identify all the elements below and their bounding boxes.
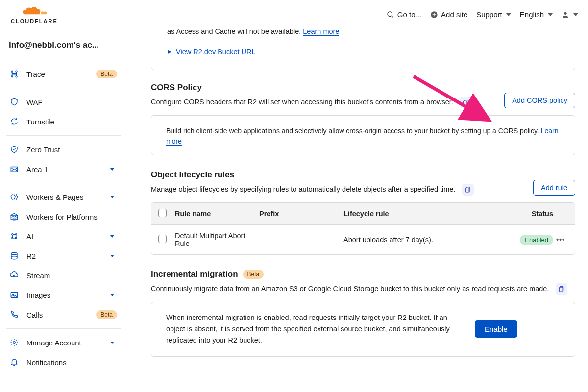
sidebar-item-zero-trust[interactable]: Zero Trust [6, 140, 121, 159]
svg-point-5 [16, 71, 17, 72]
row-checkbox[interactable] [158, 235, 167, 243]
docs-icon[interactable] [556, 283, 567, 295]
cors-section: CORS Policy Configure CORS headers that … [151, 83, 575, 155]
stream-icon [10, 271, 19, 280]
sidebar-item-notifications[interactable]: Notifications [6, 352, 121, 372]
svg-point-6 [11, 76, 13, 77]
beta-badge: Beta [243, 270, 264, 279]
lifecycle-table: Rule name Prefix Lifecycle rule Status D… [151, 202, 575, 255]
sidebar-item-stream[interactable]: Stream [6, 266, 121, 285]
sidebar-item-r2[interactable]: R2 [6, 246, 121, 266]
select-all-checkbox[interactable] [158, 209, 167, 217]
cors-body: Build rich client-side web applications … [166, 127, 541, 135]
svg-point-4 [11, 71, 13, 72]
ai-icon [10, 232, 19, 241]
sidebar-item-label: Area 1 [26, 165, 102, 173]
chevron-down-icon [110, 235, 114, 238]
svg-point-7 [16, 76, 17, 77]
svg-rect-8 [11, 167, 18, 172]
cell-name: Default Multipart Abort Rule [175, 232, 259, 247]
chevron-down-icon [110, 342, 114, 344]
beta-badge: Beta [96, 70, 117, 78]
platforms-icon [10, 212, 19, 221]
language-dropdown[interactable]: English [520, 10, 553, 19]
cloudflare-logo[interactable]: CLOUDFLARE [10, 5, 58, 24]
migration-title: Incremental migration [151, 270, 238, 279]
chevron-down-icon [506, 13, 511, 16]
sidebar-item-label: Turnstile [26, 118, 117, 126]
beta-badge: Beta [96, 310, 117, 319]
area1-icon [10, 165, 19, 173]
zerotrust-icon [10, 145, 19, 154]
lifecycle-desc: Manage object lifecycles by specifying r… [151, 185, 455, 193]
col-name: Rule name [175, 210, 259, 218]
sidebar-item-calls[interactable]: CallsBeta [6, 305, 121, 324]
sidebar: Info@nebbl.com's ac... TraceBetaWAFTurns… [0, 29, 127, 392]
sidebar-item-workers-for-platforms[interactable]: Workers for Platforms [6, 207, 121, 226]
sidebar-item-turnstile[interactable]: Turnstile [6, 112, 121, 131]
view-bucket-url-toggle[interactable]: ▾ View R2.dev Bucket URL [167, 48, 256, 56]
col-prefix: Prefix [259, 210, 343, 218]
goto-search[interactable]: Go to... [387, 10, 421, 19]
sidebar-item-label: WAF [26, 98, 117, 106]
support-dropdown[interactable]: Support [476, 10, 511, 19]
docs-icon[interactable] [460, 97, 472, 108]
chevron-down-icon [110, 255, 114, 257]
table-row: Default Multipart Abort Rule Abort uploa… [151, 225, 575, 254]
public-access-card: x as Access and Cache will not be availa… [151, 29, 575, 70]
svg-rect-19 [464, 101, 467, 105]
trace-icon [10, 70, 19, 78]
public-access-tail: as Access and Cache will not be availabl… [167, 29, 303, 35]
learn-more-link[interactable]: Learn more [303, 29, 339, 36]
sidebar-item-workers-pages[interactable]: Workers & Pages [6, 187, 121, 207]
sidebar-item-images[interactable]: Images [6, 285, 121, 305]
row-menu-button[interactable]: ••• [553, 236, 568, 244]
col-rule: Lifecycle rule [343, 210, 499, 218]
user-icon [562, 11, 569, 19]
status-badge: Enabled [520, 235, 553, 245]
sidebar-item-label: Trace [26, 70, 88, 78]
sidebar-item-area-1[interactable]: Area 1 [6, 159, 121, 179]
sidebar-item-label: Images [26, 291, 102, 299]
sidebar-item-ai[interactable]: AI [6, 226, 121, 246]
sidebar-item-waf[interactable]: WAF [6, 92, 121, 112]
add-rule-button[interactable]: Add rule [533, 180, 575, 196]
brand-text: CLOUDFLARE [11, 18, 58, 24]
cors-desc: Configure CORS headers that R2 will set … [151, 98, 453, 106]
col-status: Status [499, 210, 553, 218]
svg-point-13 [15, 237, 17, 239]
svg-line-1 [392, 16, 393, 17]
sidebar-item-label: Manage Account [26, 339, 102, 347]
svg-rect-21 [466, 188, 469, 193]
manage-icon [10, 338, 19, 347]
chevron-down-icon [110, 196, 114, 198]
migration-card: When incremental migration is enabled, r… [151, 302, 575, 357]
enable-migration-button[interactable]: Enable [475, 320, 517, 338]
cell-rule: Abort uploads after 7 day(s). [343, 236, 499, 244]
waf-icon [10, 98, 19, 106]
add-cors-policy-button[interactable]: Add CORS policy [504, 93, 575, 108]
svg-point-14 [11, 252, 17, 255]
sidebar-item-manage-account[interactable]: Manage Account [6, 333, 121, 352]
cloud-icon [21, 5, 48, 17]
plus-circle-icon [430, 11, 438, 19]
svg-point-0 [388, 12, 392, 16]
docs-icon[interactable] [462, 184, 474, 196]
top-bar: CLOUDFLARE Go to... Add site Support Eng… [0, 0, 588, 29]
chevron-down-icon [110, 168, 114, 171]
cors-title: CORS Policy [151, 83, 498, 93]
user-menu[interactable] [562, 11, 578, 19]
notifications-icon [10, 358, 19, 367]
sidebar-item-label: Workers & Pages [26, 193, 102, 201]
sidebar-item-label: AI [26, 232, 102, 241]
table-header: Rule name Prefix Lifecycle rule Status [151, 203, 575, 225]
sidebar-item-label: R2 [26, 252, 102, 260]
migration-section: Incremental migration Beta Continuously … [151, 270, 575, 357]
svg-point-3 [564, 12, 566, 14]
add-site-button[interactable]: Add site [430, 10, 467, 19]
sidebar-item-label: Zero Trust [26, 146, 117, 154]
calls-icon [10, 310, 19, 319]
sidebar-item-trace[interactable]: TraceBeta [6, 64, 121, 84]
account-switcher[interactable]: Info@nebbl.com's ac... [0, 29, 127, 60]
sidebar-item-label: Calls [26, 311, 88, 319]
